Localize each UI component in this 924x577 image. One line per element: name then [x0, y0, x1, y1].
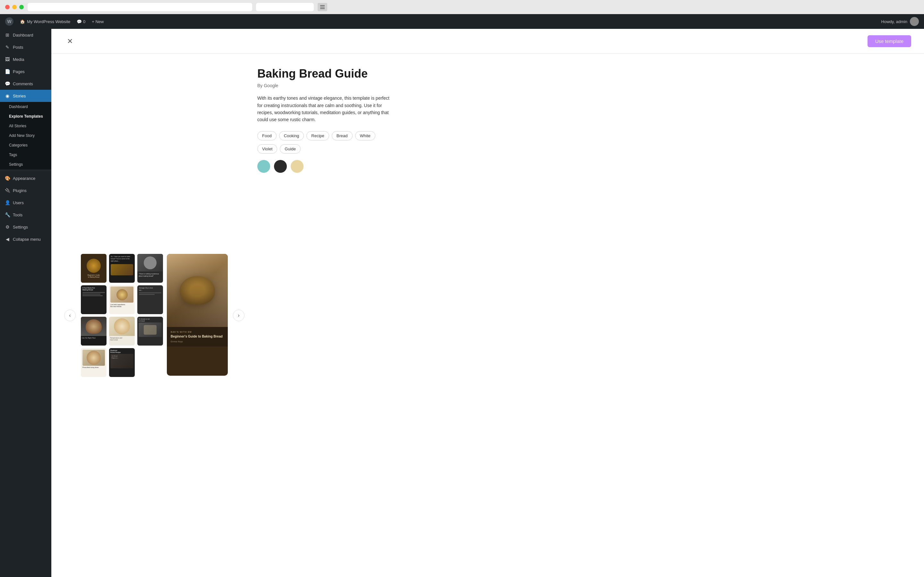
howdy-text: Howdy, admin: [881, 19, 907, 24]
sidebar-item-dashboard[interactable]: ⊞ Dashboard: [0, 29, 51, 41]
collapse-icon: ◀: [5, 236, 10, 242]
sidebar-label-appearance: Appearance: [13, 176, 35, 181]
use-template-button[interactable]: Use template: [867, 35, 911, 47]
sidebar-item-pages[interactable]: 📄 Pages: [0, 65, 51, 77]
browser-menu-button[interactable]: [318, 3, 327, 11]
submenu-explore-templates[interactable]: Explore Templates: [0, 111, 51, 121]
home-icon: 🏠: [20, 19, 25, 24]
thumb-1[interactable]: Beginner's Guideto Baking Bread: [81, 254, 107, 283]
thumb-4[interactable]: 6 Fast Rules ForMaking Bread: [81, 285, 107, 314]
stories-icon: ◉: [5, 93, 10, 99]
tag-recipe[interactable]: Recipe: [306, 131, 329, 140]
thumb-10[interactable]: Prescribed rising times: [81, 348, 107, 377]
submenu-categories[interactable]: Categories: [0, 140, 51, 150]
thumb-7[interactable]: Use the Right Flour: [81, 317, 107, 346]
preview-thumbnails: Beginner's Guideto Baking Bread So, I he…: [81, 254, 163, 377]
hamburger-icon: [320, 5, 325, 9]
sidebar-item-comments[interactable]: 💬 Comments: [0, 77, 51, 90]
preview-grid-container: Beginner's Guideto Baking Bread So, I he…: [81, 254, 228, 377]
browser-search[interactable]: [256, 3, 314, 11]
stories-submenu: Dashboard Explore Templates All Stories …: [0, 102, 51, 169]
browser-dots: [5, 5, 24, 9]
sidebar-label-collapse: Collapse menu: [13, 237, 41, 242]
template-title: Baking Bread Guide: [257, 67, 911, 81]
comments-label: 💬 0: [77, 19, 86, 24]
submenu-dashboard[interactable]: Dashboard: [0, 102, 51, 111]
close-button[interactable]: ✕: [64, 35, 76, 47]
submenu-add-new-story[interactable]: Add New Story: [0, 131, 51, 140]
sidebar-item-users[interactable]: 👤 Users: [0, 197, 51, 209]
tag-violet[interactable]: Violet: [257, 144, 277, 153]
tag-guide[interactable]: Guide: [280, 144, 300, 153]
tools-icon: 🔧: [5, 212, 10, 218]
pages-icon: 📄: [5, 69, 10, 74]
admin-bar-right: Howdy, admin: [881, 17, 919, 26]
thumb-6[interactable]: Storage: Dry is nicebut...: [137, 285, 163, 314]
color-swatch-dark[interactable]: [274, 160, 287, 173]
color-swatch-teal[interactable]: [257, 160, 270, 173]
sidebar-label-stories: Stories: [13, 93, 26, 98]
template-author: By Google: [257, 83, 911, 88]
sidebar-item-collapse[interactable]: ◀ Collapse menu: [0, 233, 51, 245]
next-arrow[interactable]: ›: [233, 309, 244, 321]
overlay-header: ✕ Use template: [51, 29, 924, 54]
prev-arrow[interactable]: ‹: [64, 309, 76, 321]
users-icon: 👤: [5, 200, 10, 205]
large-preview: BAK'N WITH EM Beginner's Guide to Baking…: [167, 254, 228, 376]
admin-bar-comments[interactable]: 💬 0: [77, 19, 86, 24]
sidebar-item-stories[interactable]: ◉ Stories: [0, 90, 51, 102]
thumb-11[interactable]: BeginnerBread Recipe Get BreadBeginners.…: [109, 348, 135, 377]
sidebar-label-posts: Posts: [13, 45, 23, 50]
wp-admin-bar: W 🏠 My WordPress Website 💬 0 + New Howdy…: [0, 14, 924, 29]
settings-icon: ⚙: [5, 224, 10, 230]
submenu-settings[interactable]: Settings: [0, 160, 51, 169]
tag-food[interactable]: Food: [257, 131, 276, 140]
sidebar: ⊞ Dashboard ✎ Posts 🖼 Media 📄 Pages 💬 Co…: [0, 29, 51, 577]
minimize-dot[interactable]: [12, 5, 17, 9]
thumb-5[interactable]: Live both ingredientslike best friends: [109, 285, 135, 314]
thumb-3[interactable]: "There is nothing mysterious about makin…: [137, 254, 163, 283]
large-preview-image: [167, 254, 228, 327]
sidebar-label-settings: Settings: [13, 225, 28, 229]
submenu-all-stories[interactable]: All Stories: [0, 121, 51, 131]
admin-avatar[interactable]: [910, 17, 919, 26]
color-swatches: [257, 160, 911, 173]
thumb-8[interactable]: Temperature andhow to test: [109, 317, 135, 346]
sidebar-item-posts[interactable]: ✎ Posts: [0, 41, 51, 53]
template-overlay: ✕ Use template ‹: [51, 29, 924, 577]
thumb-9[interactable]: To knead or notto knead: [137, 317, 163, 346]
sidebar-label-comments: Comments: [13, 81, 33, 86]
sidebar-item-media[interactable]: 🖼 Media: [0, 53, 51, 65]
submenu-tags[interactable]: Tags: [0, 150, 51, 160]
sidebar-item-settings[interactable]: ⚙ Settings: [0, 221, 51, 233]
new-label: + New: [92, 19, 103, 24]
sidebar-item-tools[interactable]: 🔧 Tools: [0, 209, 51, 221]
wp-logo[interactable]: W: [5, 17, 13, 26]
template-info: Baking Bread Guide By Google With its ea…: [257, 63, 911, 567]
sidebar-item-appearance[interactable]: 🎨 Appearance: [0, 172, 51, 184]
lp-subtitle: BAK'N WITH EM: [171, 331, 224, 333]
lp-title: Beginner's Guide to Baking Bread: [171, 334, 224, 338]
admin-bar-new[interactable]: + New: [92, 19, 103, 24]
sidebar-label-users: Users: [13, 200, 24, 205]
tag-bread[interactable]: Bread: [332, 131, 352, 140]
sidebar-label-media: Media: [13, 57, 24, 62]
site-name: My WordPress Website: [27, 19, 70, 24]
template-description: With its earthy tones and vintage elegan…: [257, 95, 392, 123]
posts-icon: ✎: [5, 44, 10, 50]
browser-bar: [0, 0, 924, 14]
tag-white[interactable]: White: [355, 131, 375, 140]
color-swatch-cream[interactable]: [291, 160, 304, 173]
maximize-dot[interactable]: [19, 5, 24, 9]
thumb-2[interactable]: So, I hear you want to bake bread? You'v…: [109, 254, 135, 283]
tag-cooking[interactable]: Cooking: [279, 131, 304, 140]
lp-author: Emma Keys: [171, 340, 224, 343]
tags-row-2: Violet Guide: [257, 144, 911, 153]
sidebar-item-plugins[interactable]: 🔌 Plugins: [0, 184, 51, 197]
url-bar[interactable]: [27, 3, 252, 11]
overlay-body: ‹ Beginner's Guideto Baking Bread: [51, 54, 924, 577]
close-dot[interactable]: [5, 5, 10, 9]
dashboard-icon: ⊞: [5, 32, 10, 38]
admin-bar-site[interactable]: 🏠 My WordPress Website: [20, 19, 70, 24]
comments-icon: 💬: [5, 81, 10, 87]
